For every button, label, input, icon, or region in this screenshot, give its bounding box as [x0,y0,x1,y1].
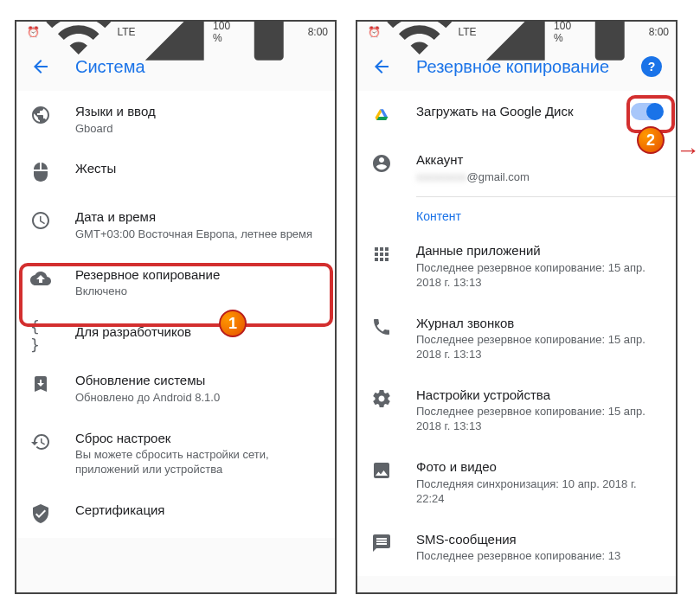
item-title: Сертификация [75,502,321,519]
item-sms[interactable]: SMS-сообщенияПоследнее резервное копиров… [357,519,676,576]
verified-icon [30,503,51,524]
cloud-upload-icon [30,268,51,289]
arrow-right-icon: → [676,137,700,164]
item-developer[interactable]: { } Для разработчиков [16,311,335,360]
clock-label: 8:00 [649,26,669,38]
message-icon [371,533,392,553]
item-title: Аккаунт [416,151,662,169]
upload-toggle[interactable] [631,103,662,120]
phone-backup-screen: ⏰ LTE 100 % 8:00 Резервное копирование ?… [356,20,678,594]
item-title: Данные приложений [416,242,662,259]
item-title: Сброс настроек [75,430,321,447]
item-sub: xxxxxxxxx@gmail.com [416,170,662,185]
item-certification[interactable]: Сертификация [16,489,335,538]
download-icon [30,374,51,394]
item-sub: Вы можете сбросить настройки сети, прило… [75,448,321,477]
battery-label: 100 % [554,20,571,44]
gesture-icon [30,162,51,182]
braces-icon: { } [30,325,51,346]
item-sub: Последнее резервное копирование: 15 апр.… [416,261,662,291]
item-reset[interactable]: Сброс настроекВы можете сбросить настрой… [16,418,335,489]
page-title: Резервное копирование [416,57,641,77]
item-sub: Обновлено до Android 8.1.0 [75,391,321,406]
item-title: SMS-сообщения [416,531,662,548]
clock-label: 8:00 [308,26,328,38]
gear-icon [371,388,392,409]
toggle-knob [646,103,664,120]
item-title: Настройки устройства [416,387,662,404]
item-title: Жесты [75,160,321,177]
item-sub: Последняя синхронизация: 10 апр. 2018 г.… [416,477,662,507]
item-title: Для разработчиков [75,323,321,341]
status-bar: ⏰ LTE 100 % 8:00 [16,22,335,42]
apps-icon [371,244,392,265]
backup-list: Загружать на Google Диск Аккаунтxxxxxxxx… [357,91,676,576]
help-icon[interactable]: ? [641,56,662,77]
item-title: Дата и время [75,208,321,226]
item-photo-video[interactable]: Фото и видеоПоследняя синхронизация: 10 … [357,446,676,518]
item-sub: Последнее резервное копирование: 13 [416,549,662,564]
item-sub: Последнее резервное копирование: 15 апр.… [416,405,662,434]
item-account[interactable]: Аккаунтxxxxxxxxx@gmail.com [357,139,676,196]
image-icon [371,460,392,481]
item-title: Фото и видео [416,458,662,476]
item-sub: GMT+03:00 Восточная Европа, летнее время [75,227,321,242]
item-title: Языки и ввод [75,103,321,120]
item-sub: Включено [75,285,321,299]
item-device-settings[interactable]: Настройки устройстваПоследнее резервное … [357,374,676,446]
item-title: Загружать на Google Диск [416,103,624,120]
item-app-data[interactable]: Данные приложенийПоследнее резервное коп… [357,230,676,302]
battery-label: 100 % [213,20,230,44]
google-drive-icon [371,105,392,125]
item-call-log[interactable]: Журнал звонковПоследнее резервное копиро… [357,303,676,374]
phone-icon [371,317,392,337]
item-sub: Gboard [75,122,321,137]
item-upload-drive[interactable]: Загружать на Google Диск [357,91,676,139]
item-gestures[interactable]: Жесты [16,148,335,196]
item-sub: Последнее резервное копирование: 15 апр.… [416,333,662,362]
section-content-label: Контент [357,197,676,230]
back-arrow-icon[interactable] [371,56,392,77]
item-backup[interactable]: Резервное копированиеВключено [16,254,335,311]
restore-icon [30,432,51,452]
network-label: LTE [458,26,476,38]
settings-list: Языки и вводGboard Жесты Дата и времяGMT… [16,91,335,538]
item-datetime[interactable]: Дата и времяGMT+03:00 Восточная Европа, … [16,196,335,253]
clock-icon [30,210,51,231]
phone-system-screen: ⏰ LTE 100 % 8:00 Система Языки и вводGbo… [15,20,337,594]
back-arrow-icon[interactable] [30,56,51,77]
status-bar: ⏰ LTE 100 % 8:00 [357,22,676,42]
item-update[interactable]: Обновление системыОбновлено до Android 8… [16,360,335,417]
item-title: Резервное копирование [75,266,321,284]
item-title: Обновление системы [75,372,321,389]
item-title: Журнал звонков [416,315,662,332]
step-badge-2: 2 [637,126,665,154]
account-icon [371,153,392,174]
alarm-icon: ⏰ [27,26,40,38]
network-label: LTE [117,26,135,38]
item-language[interactable]: Языки и вводGboard [16,91,335,148]
step-badge-1: 1 [219,310,247,337]
globe-icon [30,105,51,125]
page-title: Система [75,57,321,77]
alarm-icon: ⏰ [368,26,381,38]
